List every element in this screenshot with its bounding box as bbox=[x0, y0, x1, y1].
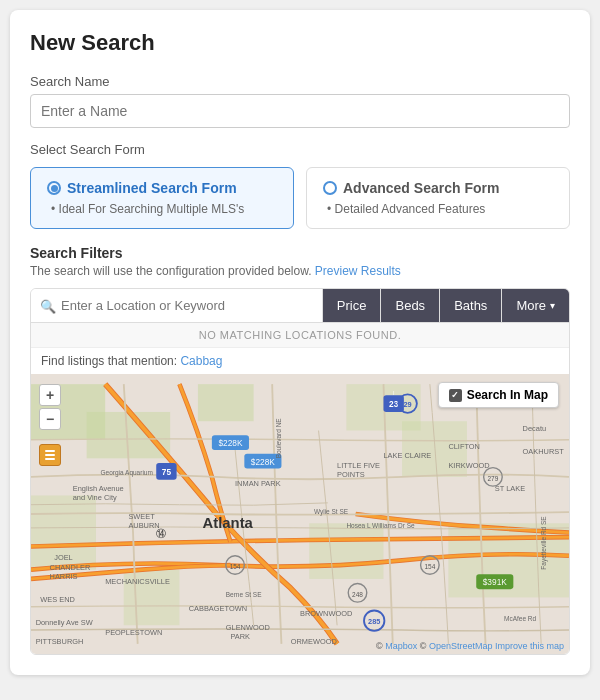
map-background: 23 I 29 75 285 154 154 bbox=[31, 374, 569, 654]
beds-button[interactable]: Beds bbox=[381, 289, 440, 322]
svg-text:KIRKWOOD: KIRKWOOD bbox=[448, 461, 489, 470]
advanced-form-desc: Detailed Advanced Features bbox=[323, 202, 553, 216]
search-form-options: Streamlined Search Form Ideal For Search… bbox=[30, 167, 570, 229]
page-title: New Search bbox=[30, 30, 570, 56]
svg-text:PEOPLESTOWN: PEOPLESTOWN bbox=[105, 628, 162, 637]
svg-text:ST LAKE: ST LAKE bbox=[495, 484, 525, 493]
zoom-out-button[interactable]: − bbox=[39, 408, 61, 430]
search-name-field: Search Name bbox=[30, 74, 570, 128]
find-listings-link[interactable]: Cabbag bbox=[180, 354, 222, 368]
attribution-text: © Mapbox © OpenStreetMap Improve this ma… bbox=[376, 641, 564, 651]
svg-text:Wylie St SE: Wylie St SE bbox=[314, 508, 349, 516]
advanced-radio bbox=[323, 181, 337, 195]
search-in-map-label: Search In Map bbox=[467, 388, 548, 402]
minus-icon: − bbox=[46, 411, 54, 427]
svg-text:PARK: PARK bbox=[230, 632, 250, 641]
svg-text:285: 285 bbox=[368, 617, 380, 626]
plus-icon: + bbox=[46, 387, 54, 403]
advanced-form-header: Advanced Search Form bbox=[323, 180, 553, 196]
svg-text:Decatu: Decatu bbox=[523, 424, 546, 433]
svg-text:BROWNWOOD: BROWNWOOD bbox=[300, 609, 352, 618]
chevron-down-icon: ▾ bbox=[550, 300, 555, 311]
svg-text:154: 154 bbox=[424, 563, 435, 570]
svg-text:Donnelly Ave SW: Donnelly Ave SW bbox=[36, 618, 93, 627]
map-zoom-controls: + − bbox=[39, 384, 61, 430]
svg-text:248: 248 bbox=[352, 591, 363, 598]
search-name-label: Search Name bbox=[30, 74, 570, 89]
map-svg: 23 I 29 75 285 154 154 bbox=[31, 374, 569, 654]
filters-desc: The search will use the configuration pr… bbox=[30, 264, 570, 278]
filters-desc-text: The search will use the configuration pr… bbox=[30, 264, 312, 278]
svg-rect-69 bbox=[45, 454, 55, 456]
openstreetmap-link[interactable]: OpenStreetMap bbox=[429, 641, 493, 651]
svg-text:$228K: $228K bbox=[251, 457, 276, 467]
svg-text:HARRIS: HARRIS bbox=[50, 572, 78, 581]
svg-text:154: 154 bbox=[230, 563, 241, 570]
search-map-area: 🔍 Price Beds Baths More ▾ NO MATCHING LO… bbox=[30, 288, 570, 655]
find-listings-bar: Find listings that mention: Cabbag bbox=[31, 347, 569, 374]
improve-map-link[interactable]: Improve this map bbox=[495, 641, 564, 651]
svg-text:PITTSBURGH: PITTSBURGH bbox=[36, 637, 84, 646]
layers-button[interactable] bbox=[39, 444, 61, 466]
svg-text:CABBAGETOWN: CABBAGETOWN bbox=[189, 604, 247, 613]
svg-rect-8 bbox=[309, 523, 383, 579]
svg-text:$228K: $228K bbox=[218, 438, 243, 448]
find-listings-prefix: Find listings that mention: bbox=[41, 354, 180, 368]
svg-text:and Vine City: and Vine City bbox=[73, 493, 117, 502]
streamlined-form-desc: Ideal For Searching Multiple MLS's bbox=[47, 202, 277, 216]
svg-rect-70 bbox=[45, 458, 55, 460]
svg-text:LITTLE FIVE: LITTLE FIVE bbox=[337, 461, 380, 470]
svg-text:SWEET: SWEET bbox=[128, 512, 155, 521]
svg-text:MECHANICSVILLE: MECHANICSVILLE bbox=[105, 577, 170, 586]
checkbox-icon: ✓ bbox=[449, 389, 462, 402]
streamlined-form-label: Streamlined Search Form bbox=[67, 180, 237, 196]
svg-text:29: 29 bbox=[403, 400, 411, 409]
no-match-bar: NO MATCHING LOCATIONS FOUND. bbox=[31, 322, 569, 347]
map-container[interactable]: 23 I 29 75 285 154 154 bbox=[31, 374, 569, 654]
more-button[interactable]: More ▾ bbox=[502, 289, 569, 322]
svg-text:⑭: ⑭ bbox=[156, 528, 166, 539]
svg-text:Fayetteville Rd SE: Fayetteville Rd SE bbox=[540, 516, 548, 570]
svg-text:23: 23 bbox=[389, 399, 399, 409]
baths-button[interactable]: Baths bbox=[440, 289, 502, 322]
svg-text:CHANDLER: CHANDLER bbox=[50, 563, 91, 572]
svg-text:OAKHURST: OAKHURST bbox=[523, 447, 565, 456]
svg-text:Berne St SE: Berne St SE bbox=[226, 591, 262, 598]
svg-text:AUBURN: AUBURN bbox=[128, 521, 159, 530]
svg-text:WES END: WES END bbox=[40, 595, 75, 604]
svg-text:279: 279 bbox=[488, 475, 499, 482]
svg-text:75: 75 bbox=[162, 467, 172, 477]
streamlined-form-option[interactable]: Streamlined Search Form Ideal For Search… bbox=[30, 167, 294, 229]
preview-results-link[interactable]: Preview Results bbox=[315, 264, 401, 278]
search-name-input[interactable] bbox=[30, 94, 570, 128]
mapbox-link[interactable]: Mapbox bbox=[385, 641, 417, 651]
svg-text:CLIFTON: CLIFTON bbox=[448, 442, 480, 451]
svg-text:English Avenue: English Avenue bbox=[73, 484, 124, 493]
svg-rect-68 bbox=[45, 450, 55, 452]
main-card: New Search Search Name Select Search For… bbox=[10, 10, 590, 675]
select-form-label: Select Search Form bbox=[30, 142, 570, 157]
location-input[interactable] bbox=[31, 289, 323, 322]
svg-text:POINTS: POINTS bbox=[337, 470, 365, 479]
filter-bar: 🔍 Price Beds Baths More ▾ bbox=[31, 289, 569, 322]
svg-text:ORMEWOOD: ORMEWOOD bbox=[291, 637, 337, 646]
map-attribution: © Mapbox © OpenStreetMap Improve this ma… bbox=[376, 641, 564, 651]
filters-section-title: Search Filters bbox=[30, 245, 570, 261]
svg-text:Georgia Aquarium: Georgia Aquarium bbox=[101, 469, 153, 477]
search-in-map-button[interactable]: ✓ Search In Map bbox=[438, 382, 559, 408]
svg-text:Atlanta: Atlanta bbox=[203, 515, 254, 531]
svg-rect-3 bbox=[198, 384, 254, 421]
svg-text:Boulevard NE: Boulevard NE bbox=[275, 418, 282, 459]
svg-text:Hosea L Williams Dr Se: Hosea L Williams Dr Se bbox=[346, 522, 415, 529]
svg-text:$391K: $391K bbox=[483, 577, 508, 587]
advanced-form-option[interactable]: Advanced Search Form Detailed Advanced F… bbox=[306, 167, 570, 229]
svg-text:GLENWOOD: GLENWOOD bbox=[226, 623, 270, 632]
advanced-form-label: Advanced Search Form bbox=[343, 180, 499, 196]
price-button[interactable]: Price bbox=[323, 289, 382, 322]
zoom-in-button[interactable]: + bbox=[39, 384, 61, 406]
svg-text:JOEL: JOEL bbox=[54, 553, 73, 562]
layers-icon bbox=[43, 448, 57, 462]
no-match-text: NO MATCHING LOCATIONS FOUND. bbox=[199, 329, 401, 341]
more-button-label: More bbox=[516, 298, 546, 313]
streamlined-form-header: Streamlined Search Form bbox=[47, 180, 277, 196]
